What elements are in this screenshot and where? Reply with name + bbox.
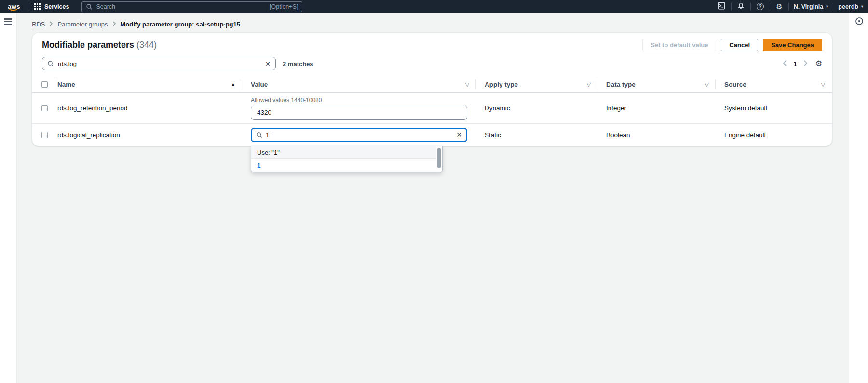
column-filter-icon[interactable]: ▽: [465, 82, 469, 87]
select-all-checkbox[interactable]: [41, 81, 48, 88]
cloudshell-icon: [718, 2, 725, 11]
right-side-panel: [850, 13, 868, 383]
screen: aws Services Search [Option+S]: [0, 0, 868, 383]
previous-page-button[interactable]: [783, 60, 787, 68]
nav-separator: [833, 3, 833, 11]
nav-separator: [788, 3, 789, 11]
account-menu[interactable]: peerdb ▾: [838, 3, 863, 10]
parameter-filter-input[interactable]: rds.log ✕: [42, 57, 276, 70]
settings-button[interactable]: ⚙: [775, 3, 783, 10]
column-header-value[interactable]: Value ▽: [242, 76, 476, 92]
help-icon: ?: [757, 3, 764, 10]
data-type-cell: Integer: [597, 105, 716, 112]
suggested-value-option[interactable]: 1: [251, 159, 436, 172]
header-actions: Set to default value Cancel Save Changes: [642, 39, 822, 51]
clear-filter-button[interactable]: ✕: [265, 60, 271, 67]
clear-combobox-button[interactable]: ✕: [456, 131, 462, 139]
region-selector[interactable]: N. Virginia ▾: [794, 3, 828, 10]
chevron-down-icon: ▾: [861, 5, 863, 9]
value-cell: Allowed values 1440-10080 4320: [242, 97, 476, 120]
left-side-panel: [0, 13, 17, 383]
account-label: peerdb: [838, 3, 858, 10]
search-icon: [86, 3, 93, 10]
cancel-button[interactable]: Cancel: [721, 39, 758, 51]
page-title-text: Modifiable parameters: [42, 40, 134, 50]
notifications-button[interactable]: [736, 2, 746, 11]
apply-type-cell: Static: [476, 132, 597, 139]
column-header-data-type[interactable]: Data type ▽: [597, 76, 716, 92]
column-header-source[interactable]: Source ▽: [716, 76, 832, 92]
modifiable-parameters-panel: Modifiable parameters (344) Set to defau…: [32, 32, 832, 146]
row-checkbox[interactable]: [41, 105, 48, 111]
current-page-number[interactable]: 1: [793, 60, 797, 67]
breadcrumb-link-parameter-groups[interactable]: Parameter groups: [57, 21, 108, 28]
services-label: Services: [44, 3, 69, 10]
select-all-cell: [32, 76, 56, 92]
pagination: 1: [783, 60, 807, 68]
column-filter-icon[interactable]: ▽: [821, 82, 825, 87]
source-cell: System default: [716, 105, 832, 112]
nav-right-group: ? ⚙ N. Virginia ▾ peerdb ▾: [717, 2, 863, 11]
column-header-name[interactable]: Name ▲: [56, 76, 242, 92]
nav-separator: [770, 3, 770, 11]
region-label: N. Virginia: [794, 3, 824, 10]
parameter-name: rds.log_retention_period: [56, 105, 242, 112]
retention-period-value-input[interactable]: 4320: [251, 106, 467, 120]
gear-icon: ⚙: [815, 59, 822, 67]
combobox-query-text: 1: [266, 132, 270, 139]
sort-ascending-icon[interactable]: ▲: [231, 82, 235, 87]
side-panel-toggle-button[interactable]: [855, 17, 864, 27]
search-placeholder: Search: [96, 3, 115, 10]
use-entered-value-option[interactable]: Use: "1": [251, 146, 436, 159]
chevron-left-icon: [783, 60, 787, 68]
gear-icon: ⚙: [776, 3, 782, 10]
search-icon: [256, 132, 262, 138]
data-type-cell: Boolean: [597, 132, 716, 139]
breadcrumb: RDS Parameter groups Modify parameter gr…: [17, 13, 849, 28]
chevron-down-icon: ▾: [826, 5, 828, 9]
column-filter-icon[interactable]: ▽: [587, 82, 591, 87]
filter-query-text: rds.log: [58, 60, 77, 67]
table-preferences-button[interactable]: ⚙: [815, 60, 822, 67]
hamburger-menu-button[interactable]: [4, 18, 12, 26]
row-select-cell: [32, 132, 56, 138]
dropdown-scrollbar-thumb[interactable]: [437, 148, 441, 168]
table-row: rds.log_retention_period Allowed values …: [32, 93, 832, 124]
bell-icon: [737, 2, 745, 11]
services-menu-button[interactable]: Services: [34, 3, 69, 10]
row-select-cell: [32, 105, 56, 111]
side-panel-toggle-icon: [855, 20, 864, 27]
nav-separator: [731, 3, 732, 11]
global-search-input[interactable]: Search [Option+S]: [81, 1, 302, 12]
nav-divider: [29, 3, 29, 11]
cloudshell-button[interactable]: [717, 2, 726, 11]
row-checkbox[interactable]: [41, 132, 48, 138]
set-to-default-button[interactable]: Set to default value: [642, 39, 716, 51]
column-header-apply-type[interactable]: Apply type ▽: [476, 76, 597, 92]
filter-row: rds.log ✕ 2 matches 1: [32, 55, 832, 76]
nav-separator: [750, 3, 751, 11]
parameter-name: rds.logical_replication: [56, 132, 242, 139]
hamburger-icon: [4, 18, 12, 20]
aws-logo[interactable]: aws: [8, 2, 20, 11]
match-count: 2 matches: [283, 60, 313, 67]
help-button[interactable]: ?: [756, 3, 765, 10]
breadcrumb-chevron-icon: [49, 21, 53, 28]
breadcrumb-chevron-icon: [112, 21, 116, 28]
logical-replication-value-combobox[interactable]: 1 ✕: [251, 128, 467, 142]
value-suggestions-dropdown: Use: "1" 1: [251, 146, 443, 172]
breadcrumb-link-rds[interactable]: RDS: [32, 21, 45, 28]
parameter-count-badge: (344): [136, 40, 157, 50]
value-cell: 1 ✕ Use: "1" 1: [242, 128, 476, 142]
chevron-right-icon: [803, 60, 808, 68]
search-icon: [47, 60, 54, 67]
text-cursor: [273, 132, 273, 139]
column-filter-icon[interactable]: ▽: [705, 82, 709, 87]
save-changes-button[interactable]: Save Changes: [763, 39, 822, 51]
table-row: rds.logical_replication 1 ✕ Use: "1": [32, 124, 832, 146]
top-navigation-bar: aws Services Search [Option+S]: [0, 0, 868, 13]
apply-type-cell: Dynamic: [476, 105, 597, 112]
aws-smile-icon: [8, 6, 18, 11]
breadcrumb-current-page: Modify parameter group: sai-setup-pg15: [121, 21, 240, 28]
next-page-button[interactable]: [803, 60, 808, 68]
